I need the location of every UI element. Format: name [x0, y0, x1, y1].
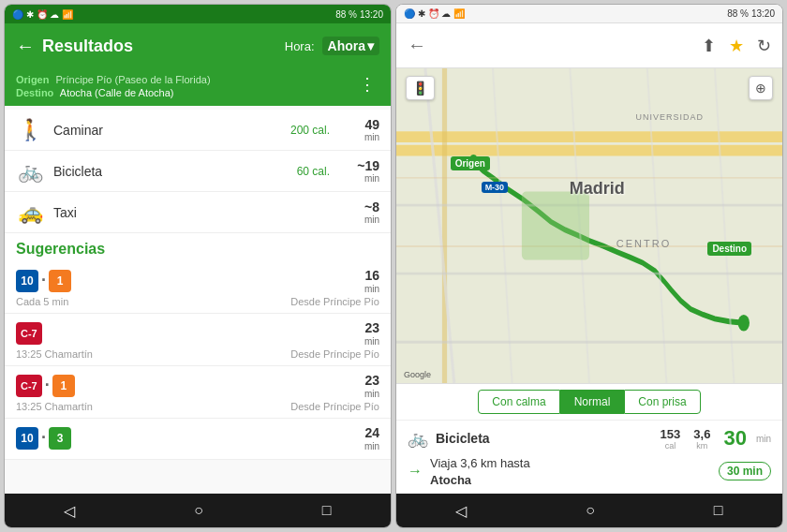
suggestion-item-4[interactable]: 10 · 3 24 min [5, 419, 391, 460]
speed-selector: Con calma Normal Con prisa [396, 383, 782, 420]
bike-calories: 60 cal. [297, 165, 330, 178]
suggestion-min-2: min [364, 336, 379, 347]
svg-point-2 [738, 315, 750, 332]
map-control-traffic[interactable]: 🚦 [406, 76, 435, 100]
nav-back-right[interactable]: ◁ [455, 502, 467, 520]
hora-label: Hora: [285, 39, 315, 53]
origin-value: Príncipe Pío (Paseo de la Florida) [56, 74, 211, 85]
suggestions-header: Sugerencias [5, 233, 391, 261]
badge-dot-1: · [41, 271, 46, 290]
back-button-left[interactable]: ← [16, 36, 35, 57]
walk-calories: 200 cal. [290, 124, 330, 137]
map-badge-m30: M-30 [482, 182, 509, 193]
origin-label: Origen [16, 74, 49, 85]
taxi-time: ~8 [347, 200, 379, 214]
badge-1-1: 1 [49, 270, 71, 292]
bike-time-unit: min [756, 434, 771, 444]
walk-time: 49 [347, 117, 379, 132]
nav-square-left[interactable]: □ [322, 502, 332, 519]
bike-cal: 153 [661, 427, 681, 441]
speed-fast-button[interactable]: Con prisa [624, 390, 700, 414]
trip-destination: Atocha [430, 473, 471, 487]
bike-km-unit: km [693, 441, 710, 451]
battery-right: 88 % [727, 8, 749, 19]
map-area[interactable]: Madrid CENTRO UNIVERSIDAD Origen Destino… [396, 68, 782, 383]
nav-square-right[interactable]: □ [714, 502, 723, 519]
bike-label-left: Bicicleta [53, 164, 288, 179]
bike-cal-unit: cal [661, 441, 681, 451]
walk-unit: min [347, 132, 379, 142]
bike-km: 3,6 [693, 427, 710, 441]
transport-item-bike[interactable]: 🚲 Bicicleta 60 cal. ~19 min [5, 151, 391, 192]
suggestion-item-2[interactable]: C-7 23 min 13:25 Chamartín Desde Príncip… [5, 314, 391, 366]
svg-rect-0 [522, 191, 589, 259]
status-icons-left: 🔵 ✱ ⏰ ☁ 📶 [12, 9, 73, 20]
nav-home-left[interactable]: ○ [194, 502, 203, 519]
suggestion-item-3[interactable]: C-7 · 1 23 min 13:25 Chamartín Desde Prí… [5, 366, 391, 419]
taxi-unit: min [347, 214, 379, 225]
refresh-icon[interactable]: ↻ [757, 36, 771, 56]
header-title-left: Resultados [42, 37, 277, 56]
suggestion-from-1: Desde Príncipe Pío [290, 296, 379, 307]
google-label: Google [404, 370, 431, 379]
badge-10-1: 10 [16, 270, 38, 292]
origin-dest-bar: Origen Príncipe Pío (Paseo de la Florida… [5, 68, 391, 106]
speed-calm-button[interactable]: Con calma [478, 390, 559, 414]
map-background: Madrid CENTRO UNIVERSIDAD Origen Destino… [396, 68, 782, 383]
suggestion-item-1[interactable]: 10 · 1 16 min Cada 5 min Desde Príncipe … [5, 261, 391, 314]
badge-c7-2: C-7 [16, 375, 42, 397]
badge-dot-3: · [41, 428, 46, 448]
map-badge-origen: Origen [451, 156, 490, 170]
speed-normal-button[interactable]: Normal [560, 390, 625, 414]
suggestion-min-4: min [364, 441, 379, 451]
transport-item-walk[interactable]: 🚶 Caminar 200 cal. 49 min [5, 110, 391, 151]
transport-item-taxi[interactable]: 🚕 Taxi ~8 min [5, 192, 391, 233]
trip-arrow: → [408, 463, 423, 480]
suggestion-time-3: 23 [364, 373, 379, 388]
bottom-info: 🚲 Bicicleta 153 cal 3,6 km 30 min → Viaj… [396, 420, 782, 494]
dest-value: Atocha (Calle de Atocha) [60, 87, 174, 98]
suggestion-from-3: Desde Príncipe Pío [290, 401, 379, 412]
status-icons-right: 🔵 ✱ ⏰ ☁ 📶 [404, 8, 465, 19]
time-right: 13:20 [751, 8, 775, 19]
battery-left: 88 % [335, 9, 357, 20]
suggestion-freq-3: 13:25 Chamartín [16, 401, 93, 412]
map-label-madrid: Madrid [570, 178, 625, 198]
dest-label: Destino [16, 87, 53, 98]
suggestion-time-1: 16 [364, 268, 379, 283]
bike-icon-left: 🚲 [16, 159, 44, 184]
map-badge-destino: Destino [707, 242, 751, 256]
map-label-centro: CENTRO [616, 238, 671, 249]
nav-back-left[interactable]: ◁ [64, 502, 75, 520]
map-svg [396, 68, 782, 383]
share-icon[interactable]: ⬆ [702, 36, 716, 56]
time-left: 13:20 [360, 9, 383, 20]
bike-icon-right: 🚲 [408, 428, 428, 449]
badge-dot-2: · [45, 376, 50, 395]
right-phone: 🔵 ✱ ⏰ ☁ 📶 88 % 13:20 ← ⬆ ★ ↻ [395, 4, 783, 528]
star-icon[interactable]: ★ [729, 36, 744, 56]
left-phone: 🔵 ✱ ⏰ ☁ 📶 88 % 13:20 ← Resultados Hora: … [4, 4, 392, 528]
suggestion-freq-1: Cada 5 min [16, 296, 68, 307]
map-control-location[interactable]: ⊕ [749, 76, 773, 100]
badge-10-2: 10 [16, 427, 38, 450]
bike-time-left: ~19 [347, 158, 379, 173]
bike-label-right: Bicicleta [436, 431, 653, 446]
hora-value[interactable]: Ahora ▾ [322, 37, 379, 55]
suggestion-freq-2: 13:25 Chamartín [16, 348, 93, 360]
suggestion-time-4: 24 [364, 425, 379, 440]
taxi-label: Taxi [53, 205, 320, 220]
options-button[interactable]: ⋮ [355, 74, 379, 95]
bike-unit-left: min [347, 173, 379, 184]
nav-bar-right: ◁ ○ □ [396, 494, 782, 527]
status-bar-right: 🔵 ✱ ⏰ ☁ 📶 88 % 13:20 [396, 5, 782, 23]
walk-label: Caminar [53, 123, 281, 138]
back-button-right[interactable]: ← [408, 35, 426, 56]
suggestion-min-1: min [364, 284, 379, 294]
badge-1-2: 1 [52, 375, 75, 397]
nav-home-right[interactable]: ○ [586, 502, 595, 519]
nav-bar-left: ◁ ○ □ [5, 494, 391, 527]
suggestion-min-3: min [364, 389, 379, 399]
trip-text: Viaja 3,6 km hasta [430, 456, 530, 470]
trip-time-pill: 30 min [719, 462, 771, 480]
